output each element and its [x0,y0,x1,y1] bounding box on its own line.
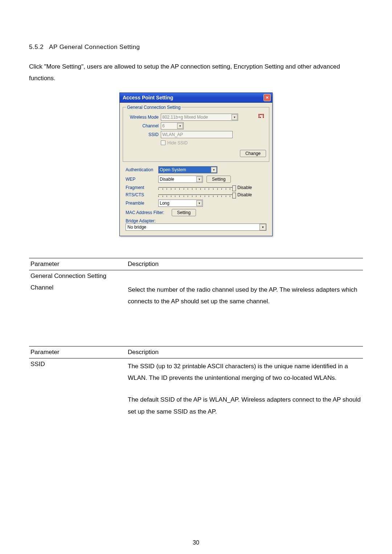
table-header: Parameter [29,258,126,270]
close-icon[interactable]: × [264,94,271,101]
chevron-down-icon: ▾ [232,114,237,120]
bridge-label: Bridge Adapter: [126,218,266,223]
chevron-down-icon: ▾ [260,224,266,230]
section-title: AP General Connection Setting [49,44,140,50]
chevron-down-icon: ▾ [211,167,217,173]
preamble-value: Long [160,201,170,206]
page-number: 30 [0,539,392,546]
hide-ssid-checkbox[interactable]: Hide SSID [161,140,188,145]
bridge-value: No bridge [127,225,146,230]
rtscts-status: Disable [237,192,252,197]
svg-rect-4 [258,115,260,116]
section-heading: 5.5.2 AP General Connection Setting [29,44,363,51]
svg-rect-3 [263,114,264,115]
fragment-status: Disable [237,185,252,190]
group-legend: General Connection Setting [126,105,181,110]
authentication-value: Open System [160,167,186,172]
checkbox-icon [161,140,166,145]
ssid-label: SSID [126,132,161,137]
svg-rect-8 [263,117,264,118]
table-row: General Connection Setting [29,270,363,282]
param-cell: General Connection Setting [29,270,126,282]
table-row: Channel Select the number of the radio c… [29,282,363,310]
table-header: Description [126,258,363,270]
wireless-mode-select[interactable]: 802.11b+g Mixed Mode ▾ [161,114,238,121]
chevron-down-icon: ▾ [196,176,202,182]
channel-select[interactable]: 6 ▾ [161,122,184,130]
svg-rect-1 [260,114,261,115]
wireless-mode-value: 802.11b+g Mixed Mode [162,115,208,120]
fragment-label: Fragment [126,185,158,190]
table-row: SSID The SSID (up to 32 printable ASCII … [29,358,363,420]
table-header: Parameter [29,346,126,358]
wep-select[interactable]: Disable ▾ [158,176,203,183]
wep-value: Disable [160,177,174,182]
parameter-table-2: Parameter Description SSID The SSID (up … [29,346,363,420]
wep-label: WEP [126,177,158,182]
channel-value: 6 [162,123,165,128]
bridge-select[interactable]: No bridge ▾ [126,223,266,231]
fragment-slider[interactable]: Disable [158,185,252,190]
mac-filter-label: MAC Address Filter: [126,210,164,215]
desc-paragraph: The default SSID of the AP is WLAN_AP. W… [128,394,362,418]
svg-rect-7 [260,117,261,118]
wep-setting-button[interactable]: Setting [207,176,231,183]
ssid-value: WLAN_AP [162,132,183,137]
general-connection-group: General Connection Setting Wireless Mode… [123,105,269,162]
hide-ssid-label: Hide SSID [167,140,188,145]
svg-rect-6 [258,117,260,118]
rtscts-slider[interactable]: Disable [158,192,252,197]
desc-cell: The SSID (up to 32 printable ASCII chara… [126,358,363,420]
svg-rect-5 [263,115,264,116]
signal-icon [258,114,266,121]
rtscts-label: RTS/CTS [126,192,158,197]
preamble-select[interactable]: Long ▾ [158,200,203,207]
change-button[interactable]: Change [240,150,266,157]
svg-rect-0 [258,114,260,115]
authentication-label: Authentication [126,167,158,172]
chevron-down-icon: ▾ [177,123,183,129]
channel-label: Channel [126,123,161,128]
access-point-dialog: Access Point Setting × General Connectio… [119,93,273,237]
ssid-input[interactable]: WLAN_AP [161,131,233,138]
svg-rect-2 [261,114,262,115]
authentication-select[interactable]: Open System ▾ [158,166,217,173]
param-cell: Channel [29,282,126,310]
preamble-label: Preamble [126,201,158,206]
parameter-table-1: Parameter Description General Connection… [29,258,363,310]
desc-paragraph: The SSID (up to 32 printable ASCII chara… [128,361,362,384]
wireless-mode-label: Wireless Mode [126,115,161,120]
dialog-title: Access Point Setting [123,95,173,100]
chevron-down-icon: ▾ [196,200,202,206]
dialog-titlebar: Access Point Setting × [120,93,272,103]
mac-setting-button[interactable]: Setting [172,209,196,216]
intro-text: Click "More Setting", users are allowed … [29,61,363,85]
param-cell: SSID [29,358,126,420]
section-number: 5.5.2 [29,44,44,50]
desc-cell: Select the number of the radio channel u… [126,282,363,310]
table-header: Description [126,346,363,358]
